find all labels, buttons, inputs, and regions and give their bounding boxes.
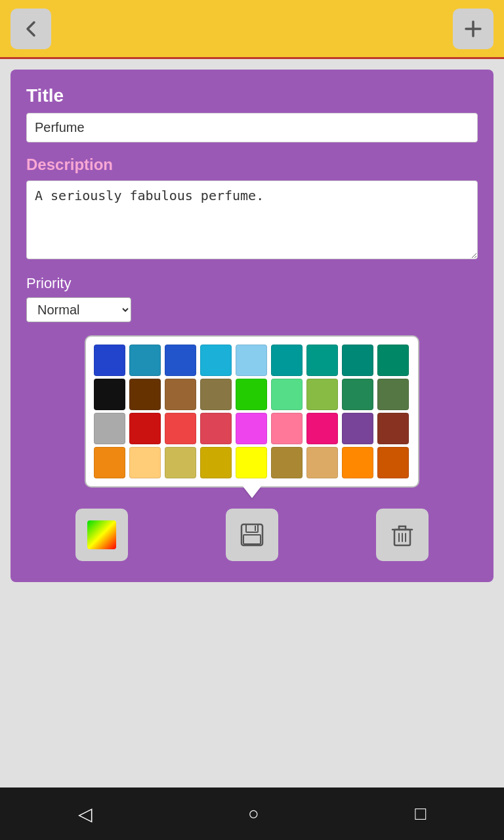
color-swatch[interactable] (377, 447, 409, 478)
color-swatch[interactable] (236, 447, 267, 478)
color-swatch[interactable] (271, 345, 303, 376)
color-picker-popup (85, 335, 419, 488)
color-swatch[interactable] (165, 447, 196, 478)
color-icon (87, 520, 116, 549)
color-swatch[interactable] (236, 345, 267, 376)
color-swatch[interactable] (271, 447, 303, 478)
description-input[interactable]: A seriously fabulous perfume. (26, 180, 478, 259)
title-label: Title (26, 85, 478, 106)
color-swatch[interactable] (94, 413, 125, 444)
color-swatch[interactable] (94, 345, 125, 376)
color-swatch[interactable] (306, 413, 338, 444)
description-label: Description (26, 156, 478, 174)
color-swatch[interactable] (271, 413, 303, 444)
color-swatch[interactable] (165, 413, 196, 444)
color-swatch[interactable] (306, 345, 338, 376)
trash-icon (388, 520, 417, 549)
title-input[interactable] (26, 113, 478, 142)
color-swatch[interactable] (165, 379, 196, 410)
action-buttons (26, 509, 478, 561)
color-swatch[interactable] (306, 379, 338, 410)
color-swatch[interactable] (129, 379, 161, 410)
color-swatch[interactable] (342, 447, 373, 478)
color-grid (94, 345, 410, 478)
color-swatch[interactable] (236, 413, 267, 444)
svg-rect-3 (246, 524, 258, 532)
color-swatch[interactable] (94, 379, 125, 410)
color-swatch[interactable] (165, 345, 196, 376)
add-button[interactable] (453, 9, 494, 49)
nav-home-icon[interactable]: ○ (248, 803, 259, 824)
save-icon (238, 520, 266, 549)
back-button[interactable] (10, 9, 51, 49)
color-swatch[interactable] (271, 379, 303, 410)
priority-label: Priority (26, 275, 478, 292)
color-swatch[interactable] (377, 345, 409, 376)
color-swatch[interactable] (94, 447, 125, 478)
color-swatch[interactable] (200, 447, 232, 478)
nav-recents-icon[interactable]: □ (415, 803, 426, 824)
color-button[interactable] (75, 509, 128, 561)
color-swatch[interactable] (342, 413, 373, 444)
color-swatch[interactable] (129, 447, 161, 478)
color-swatch[interactable] (377, 379, 409, 410)
priority-select[interactable]: Normal Low High (26, 297, 131, 322)
color-swatch[interactable] (129, 413, 161, 444)
color-swatch[interactable] (377, 413, 409, 444)
color-swatch[interactable] (200, 413, 232, 444)
main-content: Title Description A seriously fabulous p… (0, 59, 504, 788)
nav-bar: ◁ ○ □ (0, 788, 504, 840)
color-swatch[interactable] (236, 379, 267, 410)
svg-rect-4 (243, 535, 261, 544)
card: Title Description A seriously fabulous p… (10, 70, 494, 582)
nav-back-icon[interactable]: ◁ (78, 803, 93, 825)
delete-button[interactable] (376, 509, 429, 561)
color-swatch[interactable] (342, 345, 373, 376)
color-swatch[interactable] (200, 379, 232, 410)
color-swatch[interactable] (342, 379, 373, 410)
toolbar (0, 0, 504, 59)
color-swatch[interactable] (306, 447, 338, 478)
color-swatch[interactable] (129, 345, 161, 376)
save-button[interactable] (226, 509, 278, 561)
color-swatch[interactable] (200, 345, 232, 376)
